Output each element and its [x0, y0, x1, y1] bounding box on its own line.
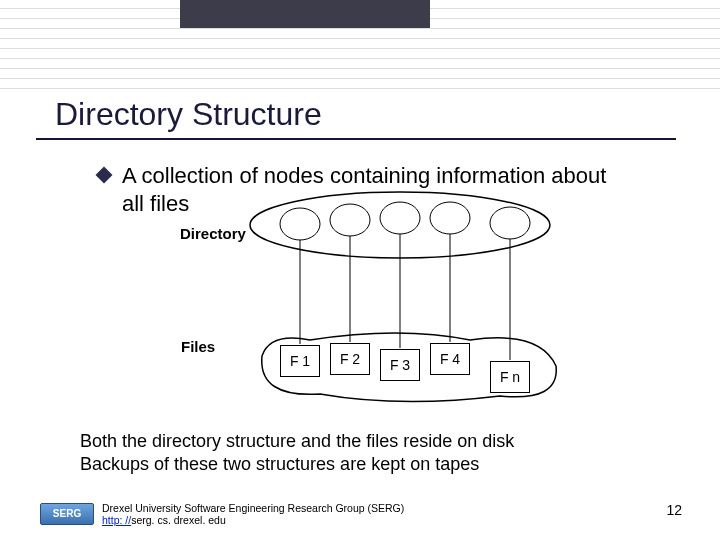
bottom-line-2: Backups of these two structures are kept…: [80, 453, 514, 476]
file-box-1: F 1: [280, 345, 320, 377]
template-topbar: [180, 0, 430, 28]
directory-label: Directory: [180, 225, 246, 242]
title-underline: [36, 138, 676, 140]
serg-logo-icon: SERG: [40, 503, 94, 525]
file-box-2: F 2: [330, 343, 370, 375]
bottom-line-1: Both the directory structure and the fil…: [80, 430, 514, 453]
bullet-item: A collection of nodes containing informa…: [98, 162, 632, 217]
footer-org: Drexel University Software Engineering R…: [102, 502, 404, 514]
file-box-3: F 3: [380, 349, 420, 381]
footer-url-rest: serg. cs. drexel. edu: [131, 514, 226, 526]
slide: Directory Structure A collection of node…: [0, 0, 720, 540]
footer: SERG Drexel University Software Engineer…: [40, 502, 404, 526]
page-number: 12: [666, 502, 682, 518]
slide-title: Directory Structure: [55, 96, 322, 133]
bottom-paragraph: Both the directory structure and the fil…: [80, 430, 514, 477]
footer-link[interactable]: http: //: [102, 514, 131, 526]
bullet-text: A collection of nodes containing informa…: [122, 162, 632, 217]
file-box-n: F n: [490, 361, 530, 393]
files-label: Files: [181, 338, 215, 355]
footer-text: Drexel University Software Engineering R…: [102, 502, 404, 526]
diamond-bullet-icon: [96, 167, 113, 184]
file-box-4: F 4: [430, 343, 470, 375]
